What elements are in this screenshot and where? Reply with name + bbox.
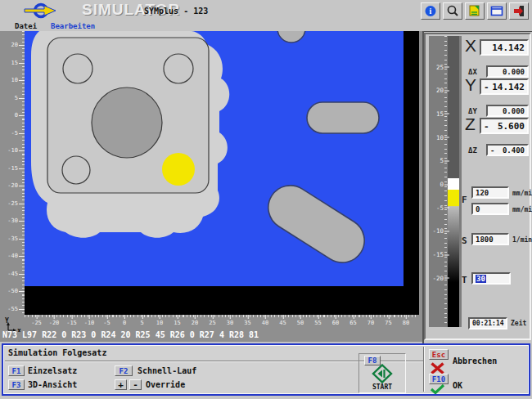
ruler-tick-label: 15 <box>174 320 180 326</box>
nc-block-status-line: N73 L97 R22 0 R23 0 R24 20 R25 45 R26 0 … <box>2 330 259 339</box>
time-label: Zeit <box>511 320 526 327</box>
ruler-tick-label: -15 <box>432 251 444 258</box>
ok-label[interactable]: OK <box>453 381 462 390</box>
ruler-tick-label: -5 <box>11 130 18 137</box>
window-icon <box>490 5 503 17</box>
softkey-panel-title: Simulation Folgesatz <box>8 348 106 357</box>
tool-label: T <box>462 275 467 285</box>
tool-value: 30 <box>476 275 486 283</box>
window-button[interactable] <box>487 2 507 20</box>
ruler-tick-label: -5 <box>103 320 110 326</box>
z-position-display: - 5.600 <box>480 118 529 134</box>
ruler-tick-label: -5 <box>436 204 444 211</box>
ruler-tick-label: 5 <box>15 95 18 101</box>
ruler-tick-label: 65 <box>349 320 356 326</box>
app-logo-icon <box>21 2 62 19</box>
title-bar: SIMULATOR SYMplus - 123 i <box>0 0 532 22</box>
ruler-tick-label: -20 <box>7 182 18 189</box>
override-minus-button[interactable]: - <box>129 379 142 390</box>
zoom-button[interactable] <box>443 2 462 20</box>
ruler-tick-label: 35 <box>244 320 250 326</box>
info-icon: i <box>424 5 437 17</box>
ruler-tick-label: 60 <box>332 320 339 326</box>
ok-check-icon[interactable] <box>430 384 445 394</box>
ruler-tick-label: -25 <box>31 320 42 326</box>
delta-x-display: 0.000 <box>486 65 529 78</box>
tool-display[interactable]: 30 <box>471 272 511 285</box>
ruler-tick-label: 20 <box>436 87 444 94</box>
ruler-tick-label: 25 <box>209 320 215 326</box>
ruler-tick-label: 5 <box>140 320 143 326</box>
ruler-tick-label: 80 <box>403 320 409 326</box>
ruler-tick-label: 0 <box>123 320 126 326</box>
spindle-display[interactable]: 1800 <box>471 233 509 245</box>
document-title: SYMplus - 123 <box>144 7 208 16</box>
notes-icon <box>468 5 481 17</box>
slot-horizontal <box>307 102 379 133</box>
ruler-tick-label: -20 <box>49 320 60 326</box>
ruler-tick-label: 25 <box>436 63 444 70</box>
magnifier-icon <box>446 5 459 17</box>
ruler-tick-label: -45 <box>7 271 18 277</box>
z-sign: - <box>484 121 489 132</box>
dx-value: 0.000 <box>503 68 525 76</box>
ruler-minor-ticks <box>22 31 25 315</box>
ruler-tick-label: -30 <box>7 217 18 224</box>
info-button[interactable]: i <box>421 2 440 20</box>
spindle-label: S <box>462 235 467 246</box>
spindle-unit: 1/min <box>512 236 532 244</box>
feed-actual-display[interactable]: 0 <box>471 203 509 215</box>
start-diamond-icon[interactable] <box>372 364 393 383</box>
ruler-tick-label: -10 <box>432 227 444 235</box>
simulation-canvas <box>25 31 419 315</box>
esc-key-button[interactable]: Esc <box>429 349 449 360</box>
ruler-tick-label: 40 <box>262 320 268 326</box>
time-value: 00:21:14 <box>472 320 504 327</box>
abbrechen-label[interactable]: Abbrechen <box>453 356 497 365</box>
ruler-tick-label: -35 <box>7 235 18 242</box>
ruler-tick-label: -10 <box>7 147 18 154</box>
start-label: START <box>359 383 405 391</box>
f1-key-button[interactable]: F1 <box>8 365 25 376</box>
ruler-tick-label: 10 <box>11 77 18 83</box>
start-section: F8 START <box>358 353 406 393</box>
override-plus-button[interactable]: + <box>115 379 127 390</box>
ruler-tick-label: 15 <box>436 110 444 117</box>
override-label: Override <box>146 380 185 389</box>
exit-button[interactable] <box>509 2 529 20</box>
menu-item-bearbeiten[interactable]: Bearbeiten <box>51 22 95 30</box>
x-value: 14.142 <box>492 43 525 53</box>
ruler-tick-label: 20 <box>192 320 198 326</box>
ruler-tick-label: 15 <box>11 60 18 66</box>
y-sign: - <box>484 82 489 92</box>
ruler-tick-label: -10 <box>84 320 95 326</box>
f10-key-button[interactable]: F10 <box>429 374 449 384</box>
ruler-tick-label: 45 <box>279 320 286 326</box>
ruler-tick-label: -20 <box>432 274 444 281</box>
titlebar-buttons: i <box>421 2 529 20</box>
f1-label: Einzelsatz <box>28 366 77 375</box>
ruler-tick-label: 30 <box>227 320 233 326</box>
x-axis-label: X <box>465 36 476 56</box>
z-depth-scale: 2520151050-5-10-15-20 <box>429 36 462 327</box>
separator <box>423 347 425 392</box>
f3-key-button[interactable]: F3 <box>8 379 25 390</box>
tool-position <box>162 153 195 186</box>
simulator-window: SIMULATOR SYMplus - 123 i <box>0 0 532 399</box>
feed-display[interactable]: 120 <box>471 186 509 199</box>
notes-button[interactable] <box>465 2 485 20</box>
feed-label: F <box>462 195 467 205</box>
ruler-vertical: 20151050-5-10-15-20-25-30-35-40-45-50-55 <box>0 31 25 315</box>
f3-label: 3D-Ansicht <box>28 380 77 389</box>
ruler-tick-label: 5 <box>440 157 444 164</box>
y-value: 14.142 <box>492 82 525 92</box>
f2-label: Schnell-Lauf <box>138 366 196 375</box>
f2-key-button[interactable]: F2 <box>115 365 133 376</box>
ruler-tick-label: 0 <box>15 112 18 119</box>
feed-actual-unit: mm/min <box>512 206 532 213</box>
ruler-tick-label: -55 <box>7 306 18 312</box>
ruler-tick-label: 70 <box>367 320 374 326</box>
dy-value: 0.000 <box>503 107 525 115</box>
ruler-tick-label: 50 <box>297 320 304 326</box>
menu-item-datei[interactable]: Datei <box>15 22 37 30</box>
